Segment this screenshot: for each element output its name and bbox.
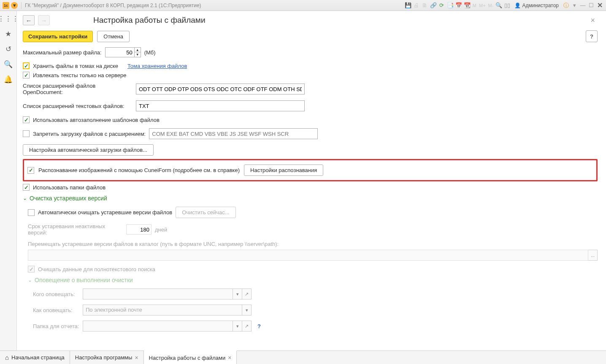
app-menu-icon[interactable]: ▾ <box>11 2 18 9</box>
auto-clean-checkbox[interactable] <box>28 209 35 216</box>
days-label: дней <box>155 226 167 233</box>
notify-section-header[interactable]: ⌄ Оповещение о выполнении очистки <box>28 277 598 283</box>
ocr-label: Распознавание изображений с помощью Cune… <box>38 167 240 173</box>
page-title: Настройка работы с файлами <box>93 16 206 25</box>
history-icon[interactable]: ↺ <box>3 44 14 54</box>
report-folder-help-icon[interactable]: ? <box>257 323 261 329</box>
notify-section-title: Оповещение о выполнении очистки <box>35 277 133 283</box>
chevron-down-icon: ⌄ <box>28 277 32 283</box>
preview-icon[interactable]: 🗎 <box>421 2 429 9</box>
who-dropdown-button[interactable]: ▾ <box>233 289 242 299</box>
titlebar: 1c ▾ ГК "Меркурий" / Документооборот 8 К… <box>0 0 606 11</box>
apps-icon[interactable]: ⋮⋮⋮ <box>3 13 14 24</box>
move-path-browse-button[interactable]: ... <box>588 250 598 261</box>
tab-file-settings[interactable]: Настройка работы с файлами × <box>144 351 237 364</box>
back-button[interactable]: ← <box>23 15 35 25</box>
sidebar: ⋮⋮⋮ ★ ↺ 🔍 🔔 <box>0 11 17 351</box>
clear-fulltext-label: Очищать данные для полнотекстового поиск… <box>38 266 155 272</box>
minimize-icon[interactable]: — <box>579 2 587 9</box>
ocr-highlight-box: Распознавание изображений с помощью Cune… <box>23 159 598 181</box>
how-dropdown-button[interactable]: ▾ <box>242 305 252 315</box>
clean-now-button[interactable]: Очистить сейчас... <box>176 207 236 218</box>
tab-file-settings-label: Настройка работы с файлами <box>149 355 226 361</box>
how-label: Как оповещать: <box>33 307 79 313</box>
bell-icon[interactable]: 🔔 <box>3 74 14 84</box>
user-label[interactable]: 👤 Администратор <box>514 3 559 8</box>
store-volumes-label: Хранить файлы в томах на диске <box>33 63 118 69</box>
link-icon[interactable]: 🔗 <box>430 2 437 9</box>
store-volumes-checkbox[interactable] <box>23 62 30 69</box>
txt-ext-input[interactable] <box>136 100 305 111</box>
cleanup-section-title: Очистка устаревших версий <box>30 195 107 202</box>
mplus-indicator: M+ <box>478 3 487 8</box>
maximize-icon[interactable]: ☐ <box>587 2 595 9</box>
chevron-down-icon: ⌄ <box>23 195 27 201</box>
deny-ext-input[interactable] <box>149 128 318 139</box>
save-icon[interactable]: 💾 <box>404 2 412 9</box>
deny-ext-checkbox[interactable] <box>23 130 30 137</box>
save-settings-button[interactable]: Сохранить настройки <box>23 31 93 42</box>
od-ext-label: Список расширений файлов OpenDocument: <box>23 83 133 95</box>
star-icon[interactable]: ★ <box>3 29 14 39</box>
max-size-spinner[interactable]: ▲▼ <box>135 47 141 57</box>
cancel-button[interactable]: Отмена <box>97 31 130 42</box>
od-ext-input[interactable] <box>136 84 305 94</box>
search-icon[interactable]: 🔍 <box>3 59 14 69</box>
use-templates-checkbox[interactable] <box>23 116 30 123</box>
m-indicator: M <box>472 3 477 8</box>
tab-close-icon[interactable]: × <box>228 354 231 361</box>
zoom-icon[interactable]: 🔍 <box>495 2 503 9</box>
max-size-input[interactable] <box>105 47 135 57</box>
deny-ext-label: Запретить загрузку файлов с расширением: <box>33 131 146 137</box>
use-templates-label: Использовать автозаполнение шаблонов фай… <box>33 117 160 123</box>
clear-fulltext-checkbox <box>28 266 35 272</box>
volumes-link[interactable]: Тома хранения файлов <box>127 63 187 69</box>
age-input <box>126 224 152 235</box>
tab-program-settings-label: Настройка программы <box>75 354 133 361</box>
txt-ext-label: Список расширений текстовых файлов: <box>23 103 133 109</box>
tab-close-icon[interactable]: × <box>135 354 138 361</box>
extract-server-checkbox[interactable] <box>23 72 30 78</box>
mminus-indicator: M- <box>487 3 495 8</box>
who-label: Кого оповещать: <box>33 291 79 297</box>
ocr-settings-button[interactable]: Настройки распознавания <box>244 164 323 176</box>
use-folders-checkbox[interactable] <box>23 184 30 191</box>
forward-button[interactable]: → <box>38 15 50 25</box>
move-path-label: Перемещать устаревшие версии файлов в ка… <box>28 241 598 247</box>
info-icon[interactable]: ⓘ <box>562 2 570 9</box>
extract-server-label: Извлекать тексты только на сервере <box>33 72 126 78</box>
window-title: ГК "Меркурий" / Документооборот 8 КОРП, … <box>25 3 201 8</box>
refresh-icon[interactable]: ⟳ <box>438 2 446 9</box>
how-input: По электронной почте <box>83 305 242 315</box>
move-path-input <box>28 250 588 261</box>
use-folders-label: Использовать папки файлов <box>33 184 106 191</box>
age-label: Срок устаревания неактивных версий: <box>28 223 123 236</box>
close-icon[interactable]: ✕ <box>596 1 603 9</box>
cleanup-section-header[interactable]: ⌄ Очистка устаревших версий <box>23 195 598 202</box>
tab-home[interactable]: ⌂ Начальная страница <box>0 351 70 364</box>
auto-clean-label: Автоматически очищать устаревшие версии … <box>38 209 172 216</box>
dropdown-icon[interactable]: ▾ <box>571 2 578 9</box>
tab-home-label: Начальная страница <box>11 354 65 361</box>
report-folder-label: Папка для отчета: <box>33 323 79 329</box>
who-open-button[interactable]: ↗ <box>242 289 252 299</box>
report-folder-dropdown-button[interactable]: ▾ <box>233 321 242 332</box>
taskbar: ⌂ Начальная страница Настройка программы… <box>0 351 606 364</box>
tab-program-settings[interactable]: Настройка программы × <box>70 351 144 364</box>
calendar2-icon[interactable]: 📆 <box>463 2 471 9</box>
page-close-button[interactable]: × <box>588 16 598 25</box>
ocr-checkbox[interactable] <box>27 167 34 174</box>
autoload-button[interactable]: Настройка автоматической загрузки файлов… <box>23 144 154 156</box>
calculator-icon[interactable]: 📑 <box>446 2 454 9</box>
app-logo-icon: 1c <box>3 2 9 9</box>
panels-icon[interactable]: ▯▯ <box>503 2 511 9</box>
mb-label: (Мб) <box>144 49 156 56</box>
print-icon[interactable]: 🖨 <box>413 2 420 9</box>
calendar-icon[interactable]: 📅 <box>455 2 463 9</box>
report-folder-open-button[interactable]: ↗ <box>242 321 252 332</box>
home-icon: ⌂ <box>5 354 9 361</box>
max-size-label: Максимальный размер файла: <box>23 49 102 56</box>
who-input <box>83 289 233 299</box>
report-folder-input <box>83 321 233 332</box>
help-button[interactable]: ? <box>586 30 598 42</box>
